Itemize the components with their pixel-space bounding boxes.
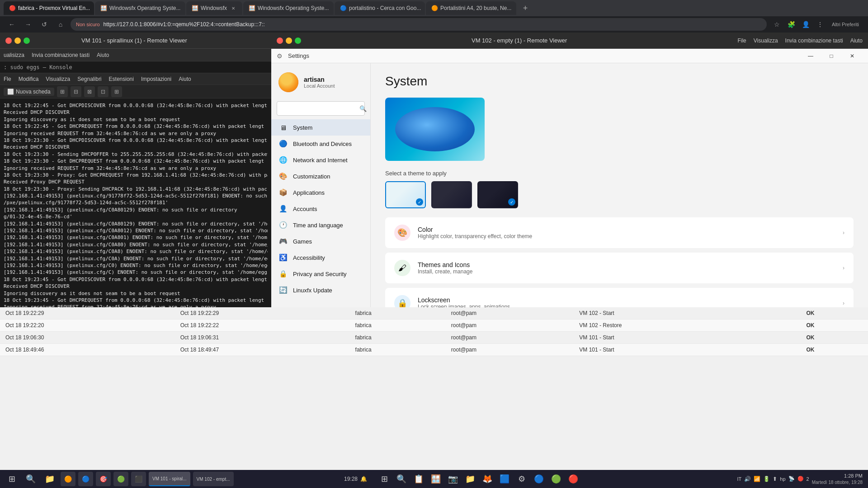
- konsole-menu-estensioni[interactable]: Estensioni: [109, 76, 134, 82]
- tab-5-close[interactable]: ✕: [424, 5, 425, 12]
- vm101-task-btn-3[interactable]: 🎯: [96, 472, 111, 486]
- vm101-task-btn-2[interactable]: 🔵: [78, 472, 93, 486]
- konsole-menu-visualizza[interactable]: Visualizza: [46, 76, 70, 82]
- tab-6[interactable]: 🟠 Portalistini A4, 20 buste, Ne... ✕: [426, 1, 516, 15]
- search-icon[interactable]: 🔍: [359, 105, 367, 112]
- toolbar-icon-3[interactable]: ⊠: [84, 86, 95, 97]
- win11-search-button[interactable]: 🔍: [393, 471, 410, 487]
- tab-3-close[interactable]: ✕: [230, 5, 237, 12]
- vm101-close-btn[interactable]: [5, 38, 12, 44]
- konsole-menu-aiuto2[interactable]: Aiuto: [179, 76, 191, 82]
- sidebar-item-network[interactable]: 🌐 Network and Internet: [271, 152, 370, 168]
- theme-option-dark2[interactable]: ✓: [477, 181, 518, 208]
- nuova-scheda-button[interactable]: ⬜ Nuova scheda: [4, 88, 54, 96]
- table-cell: fabrica: [350, 332, 446, 344]
- win11-firefox-button[interactable]: 🦊: [479, 471, 495, 487]
- tab-4-close[interactable]: ✕: [331, 5, 334, 12]
- sidebar-item-time-language[interactable]: 🕐 Time and language: [271, 217, 370, 233]
- toolbar-icon-1[interactable]: ⊞: [57, 86, 68, 97]
- theme-option-light[interactable]: ✓: [385, 181, 426, 208]
- tab-4[interactable]: 🪟 Windowsfx Operating Syste... ✕: [243, 1, 334, 15]
- vm101-max-btn[interactable]: [24, 38, 30, 44]
- settings-search-input[interactable]: [281, 105, 357, 112]
- win11-camera-button[interactable]: 📷: [445, 471, 461, 487]
- win11-network-icon[interactable]: 📶: [754, 476, 760, 482]
- menu-item-ualisizza[interactable]: ualisizza: [4, 52, 24, 58]
- menu-item-invia[interactable]: Invia combinazione tasti: [32, 52, 90, 58]
- vm101-start-btn[interactable]: ⊞: [4, 471, 20, 487]
- vm101-task-btn-spiral[interactable]: VM 101 - spiral...: [149, 472, 190, 486]
- vm101-min-btn[interactable]: [14, 38, 21, 44]
- win11-task-view-button[interactable]: 📋: [410, 471, 427, 487]
- home-button[interactable]: ⌂: [54, 18, 67, 31]
- win11-app1-button[interactable]: 🟦: [496, 471, 513, 487]
- konsole-menu-modifica[interactable]: Modifica: [19, 76, 39, 82]
- menu-button[interactable]: ⋮: [814, 18, 826, 31]
- vm102-close-btn[interactable]: [277, 38, 283, 44]
- bookmark-button[interactable]: ☆: [770, 18, 783, 31]
- tab-1-close[interactable]: ✕: [93, 5, 94, 12]
- win11-clock[interactable]: 1:28 PM Martedì 18 ottobre, 19:28: [812, 473, 863, 485]
- konsole-menu-impostazioni[interactable]: Impostazioni: [141, 76, 171, 82]
- extensions-button[interactable]: 🧩: [785, 18, 797, 31]
- reload-button[interactable]: ↺: [38, 18, 51, 31]
- win-maximize-btn[interactable]: □: [821, 49, 842, 63]
- tab-2-close[interactable]: ✕: [183, 5, 185, 12]
- win-close-btn[interactable]: ✕: [842, 49, 863, 63]
- sidebar-item-games[interactable]: 🎮 Games: [271, 233, 370, 249]
- table-cell: fabrica: [350, 307, 446, 319]
- forward-button[interactable]: →: [22, 18, 34, 31]
- tab-2[interactable]: 🪟 Windowsfx Operating Syste... ✕: [95, 1, 185, 15]
- vm102-menu-invia[interactable]: Invia combinazione tasti: [785, 38, 843, 44]
- tab-3[interactable]: 🪟 Windowsfx ✕: [186, 1, 242, 15]
- toolbar-icon-2[interactable]: ⊟: [71, 86, 81, 97]
- win11-volume-icon[interactable]: 🔊: [744, 476, 751, 482]
- back-button[interactable]: ←: [5, 18, 18, 31]
- toolbar-icon-4[interactable]: ⊡: [98, 86, 108, 97]
- sidebar-item-customization[interactable]: 🎨 Customization: [271, 168, 370, 184]
- win11-app3-button[interactable]: 🟢: [548, 471, 564, 487]
- vm101-search-btn[interactable]: 🔍: [23, 471, 39, 487]
- vm101-dolphin-btn[interactable]: 📁: [42, 471, 58, 487]
- sidebar-item-bluetooth[interactable]: 🔵 Bluetooth and Devices: [271, 136, 370, 152]
- win11-files-button[interactable]: 📁: [462, 471, 478, 487]
- settings-card-color[interactable]: 🎨 Color Highlight color, transparency ef…: [385, 217, 854, 248]
- konsole-menu-segnalibri[interactable]: Segnalibri: [77, 76, 101, 82]
- vm101-bell-icon[interactable]: 🔔: [360, 476, 367, 482]
- vm101-task-btn-5[interactable]: ⬛: [131, 472, 146, 486]
- vm102-min-btn[interactable]: [286, 38, 292, 44]
- win-minimize-btn[interactable]: —: [800, 49, 821, 63]
- sidebar-item-privacy[interactable]: 🔒 Privacy and Security: [271, 266, 370, 282]
- sidebar-item-applications[interactable]: 📦 Applications: [271, 184, 370, 201]
- sidebar-item-linuxfx-update[interactable]: 🔄 Linuxfx Update: [271, 282, 370, 298]
- vm102-menu-visualizza[interactable]: Visualizza: [754, 38, 778, 44]
- altri-preferiti-label: Altri Preferiti: [828, 22, 863, 27]
- tab-6-close[interactable]: ✕: [514, 5, 516, 12]
- win11-windowsfx-button[interactable]: 🪟: [428, 471, 444, 487]
- vm102-menu-file[interactable]: File: [737, 38, 746, 44]
- toolbar-icon-5[interactable]: ⊞: [111, 86, 122, 97]
- theme-option-dark[interactable]: [431, 181, 472, 208]
- vm102-max-btn[interactable]: [295, 38, 301, 44]
- profile-button[interactable]: 👤: [799, 18, 812, 31]
- settings-search-box[interactable]: 🔍: [277, 101, 365, 116]
- tab-5[interactable]: 🔵 portalistino - Cerca con Goo... ✕: [335, 1, 425, 15]
- sidebar-item-accounts[interactable]: 👤 Accounts: [271, 201, 370, 217]
- vm101-task-btn-vm102[interactable]: VM 102 - empt...: [193, 472, 234, 486]
- sidebar-item-system[interactable]: 🖥 System: [271, 119, 370, 136]
- konsole-menu-file[interactable]: Fle: [4, 76, 11, 82]
- tab-1[interactable]: 🔴 fabrica - Proxmox Virtual En... ✕: [4, 1, 94, 15]
- sidebar-item-accessibility[interactable]: ♿ Accessibility: [271, 249, 370, 266]
- update-icon: 🔄: [278, 286, 288, 295]
- address-bar[interactable]: Non sicuro https://127.0.0.1:8006/#v1:0:…: [71, 18, 767, 31]
- menu-item-aiuto[interactable]: Aiuto: [97, 52, 109, 58]
- win11-start-button[interactable]: ⊞: [376, 471, 392, 487]
- win11-settings-button[interactable]: ⚙: [514, 471, 530, 487]
- settings-card-themes[interactable]: 🖌 Themes and Icons Install, create, mana…: [385, 253, 854, 283]
- win11-app4-button[interactable]: 🔴: [565, 471, 581, 487]
- vm102-menu-aiuto[interactable]: Aiuto: [850, 38, 863, 44]
- new-tab-button[interactable]: +: [519, 2, 532, 14]
- win11-app2-button[interactable]: 🔵: [531, 471, 547, 487]
- vm101-task-btn-1[interactable]: 🟠: [61, 472, 75, 486]
- vm101-task-btn-4[interactable]: 🟢: [113, 472, 128, 486]
